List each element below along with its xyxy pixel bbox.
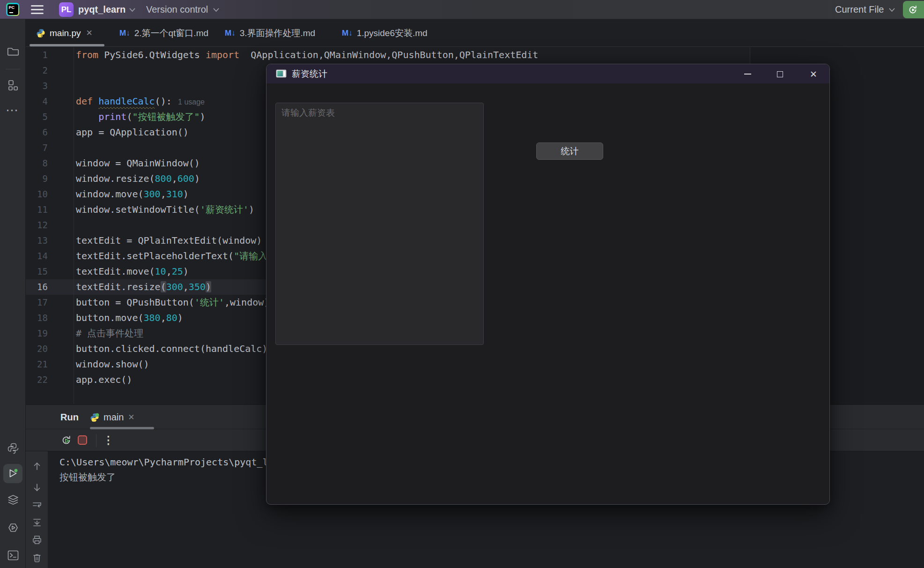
code-line-16[interactable]: textEdit.resize(300,350) — [76, 279, 211, 295]
markdown-file-icon: M↓ — [342, 29, 353, 38]
code-line-10[interactable]: window.move(300,310) — [76, 187, 189, 202]
gutter-line-number-20[interactable]: 20 — [26, 341, 48, 357]
markdown-file-icon: M↓ — [225, 29, 236, 38]
close-button[interactable]: ✕ — [806, 66, 821, 82]
tab-main-py[interactable]: main.py ✕ — [36, 19, 93, 47]
run-tab-main[interactable]: main ✕ — [90, 405, 135, 430]
code-line-5[interactable]: print("按钮被触发了") — [76, 109, 206, 125]
gutter-line-number-15[interactable]: 15 — [26, 264, 48, 279]
stripe-divider — [6, 69, 20, 69]
qt-window-title: 薪资统计 — [292, 64, 327, 83]
gutter-line-number-19[interactable]: 19 — [26, 326, 48, 341]
vcs-widget[interactable]: Version control — [146, 0, 208, 19]
code-line-22[interactable]: app.exec() — [76, 372, 132, 388]
code-line-8[interactable]: window = QMainWindow() — [76, 156, 200, 171]
left-tool-stripe: ⋯ — [0, 19, 26, 568]
console-line-1: C:\Users\meowr\PycharmProjects\pyqt_l — [59, 456, 268, 469]
python-run-icon — [90, 413, 99, 422]
maximize-button[interactable] — [772, 66, 788, 82]
gutter-line-number-8[interactable]: 8 — [26, 156, 48, 171]
run-panel-title: Run — [60, 405, 79, 430]
console-line-2: 按钮被触发了 — [59, 471, 116, 484]
python-console-icon[interactable] — [7, 522, 19, 534]
gutter-line-number-11[interactable]: 11 — [26, 202, 48, 217]
qt-app-window[interactable]: 薪资统计 ✕ 请输入薪资表 统计 — [266, 64, 830, 505]
code-line-6[interactable]: app = QApplication() — [76, 125, 189, 140]
gutter-line-number-9[interactable]: 9 — [26, 171, 48, 187]
code-line-9[interactable]: window.resize(800,600) — [76, 171, 200, 187]
gutter-line-number-21[interactable]: 21 — [26, 357, 48, 372]
tab-label: main.py — [50, 28, 81, 38]
gutter-line-number-2[interactable]: 2 — [26, 63, 48, 78]
tab-3-ui-operations-md[interactable]: M↓ 3.界面操作处理.md — [225, 19, 315, 47]
tab-1-pyside6-install-md[interactable]: M↓ 1.pyside6安装.md — [342, 19, 428, 47]
chevron-down-icon — [889, 8, 895, 12]
run-configuration-selector[interactable]: Current File — [835, 0, 884, 19]
toolbar-divider — [96, 434, 96, 447]
tab-label: 2.第一个qt窗口.md — [134, 27, 208, 39]
terminal-icon[interactable] — [7, 549, 19, 561]
rerun-run-config-button[interactable] — [903, 1, 924, 18]
app-window-icon — [276, 69, 287, 78]
gutter-border — [74, 47, 74, 404]
python-file-icon — [36, 29, 45, 38]
chevron-down-icon — [129, 8, 135, 12]
code-line-15[interactable]: textEdit.move(10,25) — [76, 264, 189, 279]
pycharm-logo-text: PC — [7, 4, 18, 15]
gutter-line-number-7[interactable]: 7 — [26, 140, 48, 156]
gutter-line-number-1[interactable]: 1 — [26, 47, 48, 63]
markdown-file-icon: M↓ — [119, 29, 130, 38]
rerun-icon — [908, 5, 918, 15]
code-line-13[interactable]: textEdit = QPlainTextEdit(window) — [76, 233, 262, 248]
tab-close-icon[interactable]: ✕ — [85, 28, 93, 38]
gutter-line-number-4[interactable]: 4 — [26, 94, 48, 109]
main-toolbar: PC PL pyqt_learn Version control Current… — [0, 0, 924, 19]
python-packages-icon[interactable] — [7, 442, 19, 455]
more-tool-windows-icon[interactable]: ⋯ — [6, 104, 19, 117]
code-line-1[interactable]: from PySide6.QtWidgets import QApplicati… — [76, 47, 538, 63]
gutter-line-number-14[interactable]: 14 — [26, 248, 48, 264]
qt-window-titlebar[interactable]: 薪资统计 ✕ — [266, 64, 829, 83]
gutter-line-number-10[interactable]: 10 — [26, 187, 48, 202]
textedit-placeholder: 请输入薪资表 — [281, 107, 335, 119]
minimize-button[interactable] — [739, 66, 755, 82]
run-tab-close-icon[interactable]: ✕ — [128, 412, 134, 422]
gutter-line-number-5[interactable]: 5 — [26, 109, 48, 125]
pycharm-logo-icon[interactable]: PC — [6, 3, 19, 16]
chevron-down-icon — [213, 8, 219, 12]
active-tab-underline — [30, 44, 104, 46]
project-icon[interactable]: PL — [59, 2, 74, 17]
project-name-widget[interactable]: pyqt_learn — [78, 0, 126, 19]
more-options-icon[interactable]: ⋮ — [103, 429, 114, 451]
tab-2-first-qt-window-md[interactable]: M↓ 2.第一个qt窗口.md — [119, 19, 208, 47]
code-line-11[interactable]: window.setWindowTitle('薪资统计') — [76, 202, 254, 217]
code-line-21[interactable]: window.show() — [76, 357, 149, 372]
tab-label: 3.界面操作处理.md — [240, 27, 316, 39]
tab-label: 1.pyside6安装.md — [357, 27, 428, 39]
gutter-line-number-12[interactable]: 12 — [26, 217, 48, 233]
code-line-19[interactable]: # 点击事件处理 — [76, 326, 143, 341]
gutter-line-number-13[interactable]: 13 — [26, 233, 48, 248]
structure-tool-icon[interactable] — [7, 79, 19, 91]
services-layers-icon[interactable] — [7, 494, 19, 506]
gutter-line-number-22[interactable]: 22 — [26, 372, 48, 388]
run-tool-window-button-active[interactable] — [3, 464, 22, 483]
stop-button[interactable] — [78, 435, 87, 445]
gutter-line-number-3[interactable]: 3 — [26, 78, 48, 94]
code-line-20[interactable]: button.clicked.connect(handleCalc) — [76, 341, 267, 357]
gutter-line-number-16[interactable]: 16 — [26, 279, 48, 295]
calc-button[interactable]: 统计 — [536, 142, 603, 160]
project-tool-icon[interactable] — [7, 46, 19, 58]
run-play-icon — [7, 468, 19, 479]
gutter-line-number-17[interactable]: 17 — [26, 295, 48, 310]
run-tab-label: main — [103, 412, 124, 423]
main-menu-icon[interactable] — [31, 5, 44, 14]
editor-tab-bar: main.py ✕ M↓ 2.第一个qt窗口.md M↓ 3.界面操作处理.md… — [26, 19, 924, 47]
gutter-line-number-18[interactable]: 18 — [26, 310, 48, 326]
salary-textedit[interactable]: 请输入薪资表 — [275, 103, 484, 345]
rerun-icon[interactable] — [61, 435, 72, 446]
gutter-line-number-6[interactable]: 6 — [26, 125, 48, 140]
code-line-18[interactable]: button.move(380,80) — [76, 310, 183, 326]
code-line-17[interactable]: button = QPushButton('统计',window) — [76, 295, 269, 310]
code-line-4[interactable]: def handleCalc(): 1 usage — [76, 94, 205, 109]
